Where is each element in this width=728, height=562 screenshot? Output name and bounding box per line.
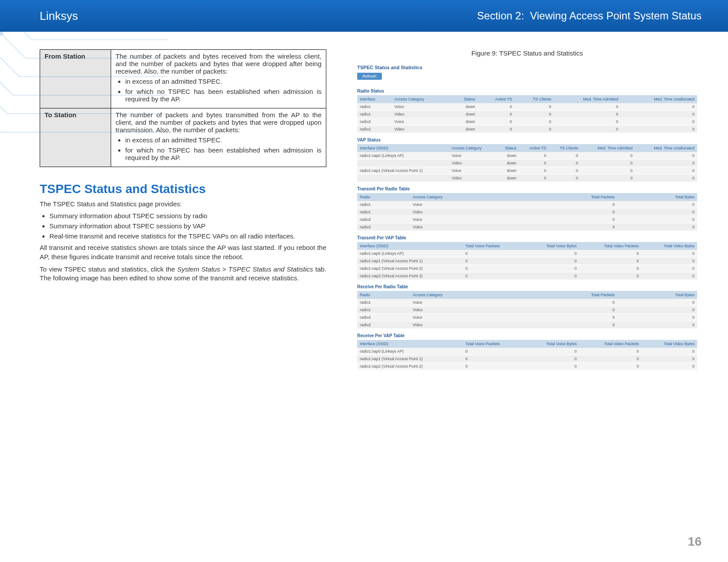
stats-table: RadioAccess CategoryTotal PacketsTotal B… <box>357 291 697 329</box>
stats-col-header: Total Bytes <box>617 291 697 299</box>
stats-cell: 0 <box>478 118 515 126</box>
stats-panel: TSPEC Status and Statistics Refresh Radi… <box>353 61 702 374</box>
table-row: radio1Video00 <box>357 208 697 216</box>
table-row: radio1:vap2 (Virtual Access Point 2)0000 <box>357 265 697 272</box>
stats-cell: 0 <box>519 175 549 182</box>
tspec-heading: TSPEC Status and Statistics <box>40 182 326 196</box>
stats-col-header: Med. Time Admitted <box>581 144 635 152</box>
stats-cell: 0 <box>524 272 579 280</box>
intro-bullet: Real-time transmit and receive statistic… <box>49 232 326 240</box>
stats-col-header: TS Clients <box>549 144 581 152</box>
stats-cell: radio1 <box>357 208 410 216</box>
stats-cell: radio2 <box>357 223 410 231</box>
stats-cell: Video <box>410 223 524 231</box>
figure-caption: Figure 9: TSPEC Status and Statistics <box>353 49 702 57</box>
stats-cell: Video <box>392 126 450 133</box>
stats-cell: 0 <box>635 167 697 175</box>
stats-col-header: Total Bytes <box>617 193 697 201</box>
stats-cell: 0 <box>579 363 642 370</box>
stats-cell: 0 <box>463 348 524 355</box>
stats-cell: 0 <box>579 348 642 355</box>
stats-col-header: Status <box>497 144 519 152</box>
stats-col-header: Med. Time Unallocated <box>635 144 697 152</box>
stats-cell: Video <box>410 321 524 329</box>
stats-cell: 0 <box>621 118 697 126</box>
stats-cell: radio1:vap0 (Linksys AP) <box>357 348 463 355</box>
stats-col-header: Status <box>450 95 478 103</box>
stats-cell: 0 <box>617 223 697 231</box>
stats-cell: Voice <box>392 118 450 126</box>
table-row: radio1:vap1 (Virtual Access Point 1)Voic… <box>357 167 697 175</box>
stats-col-header: Total Voice Packets <box>463 242 524 250</box>
stats-cell: 0 <box>642 355 697 363</box>
intro-bullet: Summary information about TSPEC sessions… <box>49 212 326 220</box>
stats-block-title: Radio Status <box>357 89 697 93</box>
stats-cell: 0 <box>524 321 617 329</box>
stats-col-header: Total Voice Bytes <box>524 242 579 250</box>
stats-cell: radio2 <box>357 126 392 133</box>
intro-bullet: Summary information about TSPEC sessions… <box>49 222 326 230</box>
stats-cell: 0 <box>581 160 635 167</box>
stats-table: Interface (SSID)Total Voice PacketsTotal… <box>357 242 697 280</box>
stats-cell: 0 <box>515 118 554 126</box>
stats-cell: radio1:vap0 (Linksys AP) <box>357 250 463 257</box>
stats-cell: 0 <box>463 265 524 272</box>
table-row: radio2Videodown0000 <box>357 126 697 133</box>
stats-cell: 0 <box>642 363 697 370</box>
stats-cell: 0 <box>554 126 621 133</box>
stats-cell: 0 <box>524 223 617 231</box>
stats-col-header: Interface <box>357 95 392 103</box>
stats-cell: 0 <box>642 348 697 355</box>
stats-cell: Video <box>410 208 524 216</box>
stats-block-title: Receive Per VAP Table <box>357 333 697 338</box>
stats-cell: radio1:vap1 (Virtual Access Point 1) <box>357 167 449 175</box>
stats-cell: 0 <box>524 355 579 363</box>
stats-col-header: Total Video Packets <box>579 242 642 250</box>
right-column: Figure 9: TSPEC Status and Statistics TS… <box>353 49 702 374</box>
stats-cell: 0 <box>524 299 617 306</box>
stats-cell: radio1 <box>357 299 410 306</box>
stats-table: InterfaceAccess CategoryStatusActive TST… <box>357 95 697 133</box>
stats-col-header: Total Video Bytes <box>642 242 697 250</box>
stats-cell: 0 <box>635 152 697 160</box>
definition-desc: The number of packets and bytes transmit… <box>111 108 326 167</box>
stats-col-header: Med. Time Unallocated <box>621 95 697 103</box>
stats-cell: down <box>497 175 519 182</box>
stats-cell: 0 <box>478 103 515 111</box>
table-row: radio1:vap0 (Linksys AP)Voicedown0000 <box>357 152 697 160</box>
table-row: radio1:vap0 (Linksys AP)0000 <box>357 348 697 355</box>
table-row: radio1:vap1 (Virtual Access Point 1)0000 <box>357 257 697 265</box>
stats-cell: 0 <box>642 265 697 272</box>
stats-col-header: Access Category <box>449 144 497 152</box>
stats-cell: Voice <box>410 201 524 208</box>
stats-col-header: Access Category <box>410 193 524 201</box>
stats-panel-title: TSPEC Status and Statistics <box>357 65 697 70</box>
page-header-bar: Linksys Section 2: Viewing Access Point … <box>0 0 728 32</box>
stats-cell: 0 <box>579 250 642 257</box>
stats-cell: 0 <box>524 208 617 216</box>
stats-cell: 0 <box>554 103 621 111</box>
stats-cell: 0 <box>478 111 515 118</box>
stats-cell: down <box>497 167 519 175</box>
definition-bullet: in excess of an admitted TSPEC. <box>125 78 321 85</box>
stats-cell: 0 <box>524 348 579 355</box>
tspec-para1: All transmit and receive statistics show… <box>40 243 326 261</box>
table-row: radio1Videodown0000 <box>357 111 697 118</box>
stats-cell: 0 <box>515 111 554 118</box>
definition-term: To Station <box>40 108 111 167</box>
stats-cell: Video <box>410 306 524 314</box>
stats-cell: 0 <box>524 201 617 208</box>
stats-cell: 0 <box>617 216 697 223</box>
stats-cell: Voice <box>392 103 450 111</box>
stats-table: Interface (SSID)Access CategoryStatusAct… <box>357 144 697 182</box>
stats-cell: radio1:vap0 (Linksys AP) <box>357 152 449 160</box>
stats-cell: 0 <box>524 216 617 223</box>
stats-cell: Video <box>449 175 497 182</box>
table-row: radio2Voicedown0000 <box>357 118 697 126</box>
stats-cell: 0 <box>519 167 549 175</box>
definition-table: From StationThe number of packets and by… <box>40 49 326 167</box>
stats-cell: Voice <box>449 167 497 175</box>
stats-cell: radio1 <box>357 103 392 111</box>
stats-cell: radio1 <box>357 201 410 208</box>
refresh-button[interactable]: Refresh <box>357 73 382 80</box>
